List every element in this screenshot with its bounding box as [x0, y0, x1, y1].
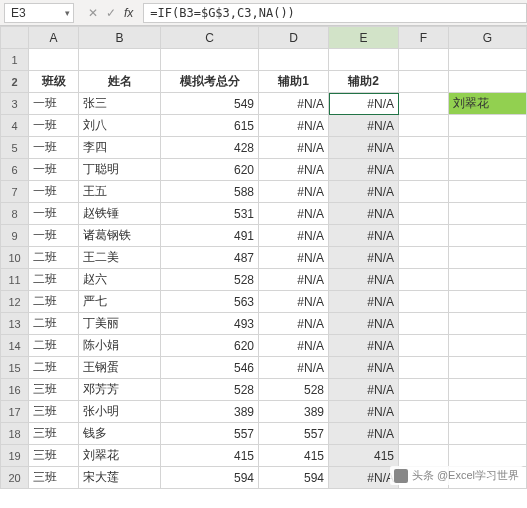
- cell[interactable]: #N/A: [329, 423, 399, 445]
- cell[interactable]: 563: [161, 291, 259, 313]
- cell[interactable]: [399, 247, 449, 269]
- cell[interactable]: #N/A: [329, 357, 399, 379]
- row-header[interactable]: 10: [1, 247, 29, 269]
- cell[interactable]: 李四: [79, 137, 161, 159]
- header-cell[interactable]: [399, 71, 449, 93]
- cell[interactable]: 594: [161, 467, 259, 489]
- cell[interactable]: [449, 423, 527, 445]
- col-header-G[interactable]: G: [449, 27, 527, 49]
- row-header[interactable]: 13: [1, 313, 29, 335]
- cell[interactable]: 415: [329, 445, 399, 467]
- cell[interactable]: [399, 159, 449, 181]
- cell[interactable]: #N/A: [259, 137, 329, 159]
- cell[interactable]: [449, 115, 527, 137]
- cell[interactable]: 邓芳芳: [79, 379, 161, 401]
- cell[interactable]: 一班: [29, 181, 79, 203]
- cell[interactable]: 三班: [29, 445, 79, 467]
- cell[interactable]: 二班: [29, 335, 79, 357]
- cell[interactable]: 二班: [29, 313, 79, 335]
- header-cell[interactable]: 班级: [29, 71, 79, 93]
- cell[interactable]: 389: [259, 401, 329, 423]
- row-header[interactable]: 2: [1, 71, 29, 93]
- enter-icon[interactable]: ✓: [106, 6, 116, 20]
- cell[interactable]: #N/A: [329, 313, 399, 335]
- cell[interactable]: 王五: [79, 181, 161, 203]
- cell[interactable]: [449, 225, 527, 247]
- col-header-E[interactable]: E: [329, 27, 399, 49]
- cell[interactable]: [79, 49, 161, 71]
- cell[interactable]: [449, 159, 527, 181]
- cell[interactable]: [399, 291, 449, 313]
- cell[interactable]: 诸葛钢铁: [79, 225, 161, 247]
- cell[interactable]: [449, 357, 527, 379]
- cell[interactable]: 428: [161, 137, 259, 159]
- cell[interactable]: #N/A: [329, 225, 399, 247]
- cell[interactable]: 528: [259, 379, 329, 401]
- cell[interactable]: 487: [161, 247, 259, 269]
- row-header[interactable]: 12: [1, 291, 29, 313]
- row-header[interactable]: 14: [1, 335, 29, 357]
- cell-g3[interactable]: 刘翠花: [449, 93, 527, 115]
- cell[interactable]: [399, 93, 449, 115]
- cell[interactable]: #N/A: [259, 291, 329, 313]
- cell[interactable]: #N/A: [259, 247, 329, 269]
- cell[interactable]: [399, 423, 449, 445]
- cell[interactable]: 615: [161, 115, 259, 137]
- row-header[interactable]: 20: [1, 467, 29, 489]
- cell[interactable]: 陈小娟: [79, 335, 161, 357]
- cell[interactable]: [399, 401, 449, 423]
- cell[interactable]: 491: [161, 225, 259, 247]
- cell[interactable]: 528: [161, 379, 259, 401]
- cell[interactable]: 三班: [29, 467, 79, 489]
- cell[interactable]: 一班: [29, 93, 79, 115]
- cell[interactable]: 刘八: [79, 115, 161, 137]
- cell[interactable]: #N/A: [329, 335, 399, 357]
- cell[interactable]: #N/A: [329, 269, 399, 291]
- cell[interactable]: #N/A: [259, 335, 329, 357]
- cell[interactable]: [449, 445, 527, 467]
- cell[interactable]: 严七: [79, 291, 161, 313]
- cell[interactable]: #N/A: [259, 159, 329, 181]
- cell[interactable]: #N/A: [259, 313, 329, 335]
- cell[interactable]: 二班: [29, 269, 79, 291]
- header-cell[interactable]: 辅助1: [259, 71, 329, 93]
- cell[interactable]: 钱多: [79, 423, 161, 445]
- cell[interactable]: 620: [161, 335, 259, 357]
- header-cell[interactable]: 辅助2: [329, 71, 399, 93]
- cell[interactable]: 三班: [29, 401, 79, 423]
- cell[interactable]: [399, 269, 449, 291]
- cell[interactable]: [259, 49, 329, 71]
- cell[interactable]: 一班: [29, 137, 79, 159]
- row-header[interactable]: 3: [1, 93, 29, 115]
- row-header[interactable]: 19: [1, 445, 29, 467]
- cell[interactable]: 三班: [29, 423, 79, 445]
- cell[interactable]: 一班: [29, 225, 79, 247]
- row-header[interactable]: 17: [1, 401, 29, 423]
- cell[interactable]: #N/A: [259, 115, 329, 137]
- cell[interactable]: 493: [161, 313, 259, 335]
- row-header[interactable]: 18: [1, 423, 29, 445]
- col-header-D[interactable]: D: [259, 27, 329, 49]
- header-cell[interactable]: 模拟考总分: [161, 71, 259, 93]
- cell[interactable]: #N/A: [259, 225, 329, 247]
- cell[interactable]: 一班: [29, 159, 79, 181]
- row-header[interactable]: 11: [1, 269, 29, 291]
- cell[interactable]: [449, 203, 527, 225]
- row-header[interactable]: 4: [1, 115, 29, 137]
- row-header[interactable]: 9: [1, 225, 29, 247]
- cell[interactable]: 二班: [29, 291, 79, 313]
- cell[interactable]: [399, 445, 449, 467]
- cell[interactable]: [161, 49, 259, 71]
- spreadsheet-grid[interactable]: A B C D E F G 12班级姓名模拟考总分辅助1辅助23一班张三549#…: [0, 26, 527, 489]
- row-header[interactable]: 7: [1, 181, 29, 203]
- cell[interactable]: 528: [161, 269, 259, 291]
- cell[interactable]: 张小明: [79, 401, 161, 423]
- cell[interactable]: #N/A: [259, 93, 329, 115]
- cell[interactable]: [399, 203, 449, 225]
- cell[interactable]: [329, 49, 399, 71]
- row-header[interactable]: 5: [1, 137, 29, 159]
- cell[interactable]: 刘翠花: [79, 445, 161, 467]
- cell[interactable]: 415: [161, 445, 259, 467]
- cell[interactable]: 一班: [29, 115, 79, 137]
- cell[interactable]: 531: [161, 203, 259, 225]
